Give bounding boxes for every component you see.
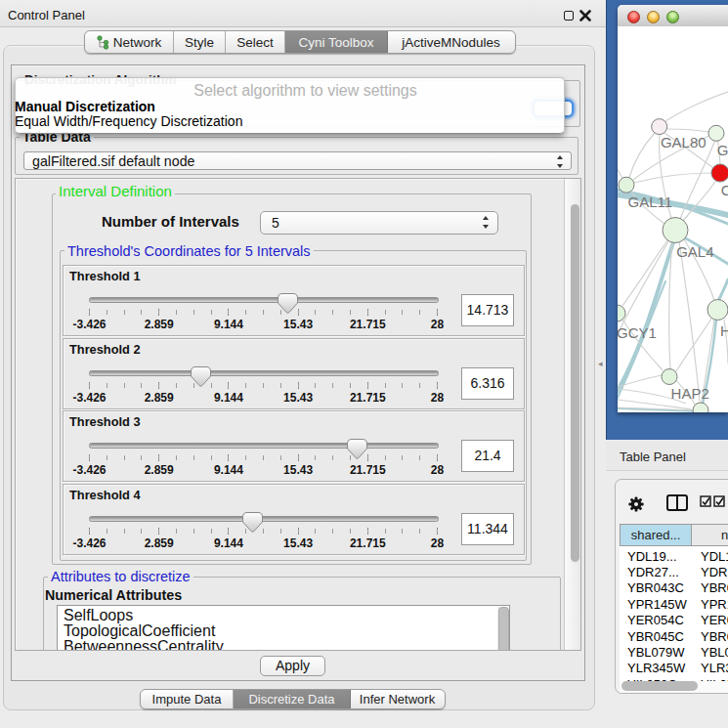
svg-text:HI: HI (720, 322, 728, 339)
svg-text:GAL80: GAL80 (661, 134, 707, 150)
svg-text:GAL4: GAL4 (676, 243, 713, 260)
svg-text:GAL7: GAL7 (717, 142, 728, 158)
svg-text:CR: CR (721, 182, 728, 198)
svg-text:GCY1: GCY1 (618, 324, 657, 341)
svg-text:HAP2: HAP2 (671, 385, 709, 402)
svg-text:GAL11: GAL11 (628, 193, 673, 210)
